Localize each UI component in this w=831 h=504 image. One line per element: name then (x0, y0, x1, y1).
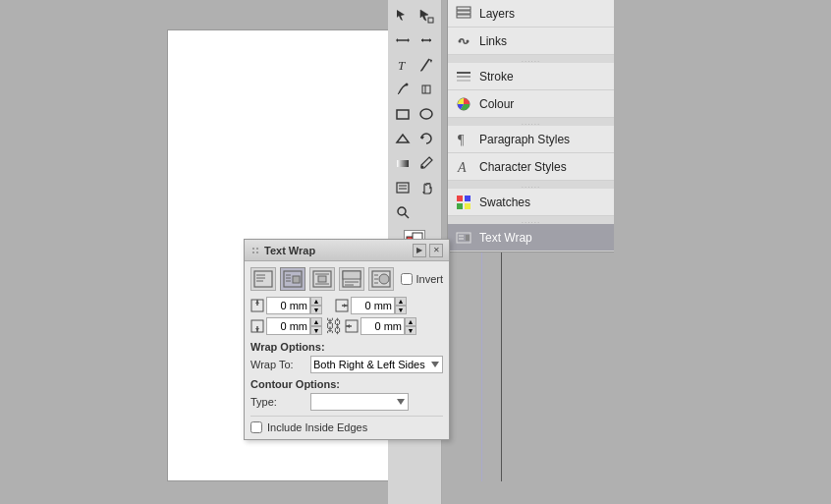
tool-eraser[interactable] (416, 79, 437, 100)
wrap-btn-jump[interactable] (309, 267, 335, 291)
svg-point-23 (398, 207, 406, 215)
panel-item-paragraph-styles[interactable]: ¶ Paragraph Styles (448, 126, 614, 153)
include-inside-edges-label: Include Inside Edges (267, 421, 367, 433)
wrap-btn-contour[interactable] (368, 267, 394, 291)
tool-select2[interactable] (416, 5, 437, 27)
tool-rotate[interactable] (416, 128, 437, 149)
offset-bottom-stepper: ▲ ▼ (310, 317, 322, 335)
offset-left-chain-group: ⛓ 0 mm ▲ ▼ (325, 317, 416, 335)
tool-text[interactable]: T (392, 54, 414, 76)
toolbar-row-8 (392, 177, 437, 198)
offset-left-up[interactable]: ▲ (405, 317, 416, 326)
offset-right-stepper: ▲ ▼ (395, 297, 407, 314)
tool-note[interactable] (392, 177, 414, 198)
offset-bottom-down[interactable]: ▼ (310, 326, 322, 335)
offset-bottom-input[interactable]: 0 mm (266, 317, 310, 335)
textwrap-panel: Text Wrap ▶ ✕ (244, 239, 450, 440)
svg-text:T: T (398, 58, 406, 73)
panel-item-colour[interactable]: Colour (448, 90, 614, 118)
svg-rect-46 (466, 235, 470, 241)
textwrap-titlebar[interactable]: Text Wrap ▶ ✕ (245, 240, 449, 261)
tool-eyedrop[interactable] (416, 152, 437, 174)
svg-rect-61 (318, 276, 326, 282)
panel-item-swatches[interactable]: Swatches (448, 189, 614, 216)
svg-line-8 (421, 59, 429, 71)
tool-arrows2[interactable] (416, 29, 437, 51)
textwrap-controls: ▶ ✕ (413, 244, 443, 257)
stroke-icon (456, 69, 471, 84)
tool-gradient[interactable] (392, 152, 414, 174)
type-select[interactable]: Bounding Box Detect Edges (310, 393, 409, 411)
svg-rect-65 (343, 271, 360, 279)
wrap-btn-rect[interactable] (280, 267, 305, 291)
panel-item-stroke[interactable]: Stroke (448, 63, 614, 90)
wrap-options-label: Wrap Options: (250, 341, 443, 353)
offset-bottom-group: 0 mm ▲ ▼ (250, 317, 322, 335)
wrap-btn-none[interactable] (250, 267, 276, 291)
offset-right-input[interactable]: 0 mm (351, 297, 395, 314)
textwrap-body: Invert 0 mm ▲ ▼ (245, 261, 449, 439)
panel-item-links[interactable]: Links (448, 28, 614, 55)
tool-pencil[interactable] (416, 54, 437, 76)
offset-top-down[interactable]: ▼ (310, 306, 322, 314)
panel-item-layers[interactable]: Layers (448, 0, 614, 28)
panel-item-character-styles[interactable]: A Character Styles (448, 153, 614, 181)
offset-right-down[interactable]: ▼ (395, 306, 407, 314)
panel-stroke-label: Stroke (479, 70, 514, 84)
tool-path[interactable] (392, 128, 414, 149)
svg-marker-75 (255, 301, 259, 304)
panel-text-wrap-label: Text Wrap (479, 231, 532, 245)
toolbar-row-5 (392, 103, 437, 125)
panel-colour-label: Colour (479, 97, 514, 111)
offset-top-input[interactable]: 0 mm (266, 297, 310, 314)
offset-left-input[interactable]: 0 mm (360, 317, 405, 335)
offset-top-up[interactable]: ▲ (310, 297, 322, 306)
type-label: Type: (250, 396, 305, 408)
svg-point-32 (467, 39, 470, 42)
offset-bottom-icon (250, 319, 264, 333)
panel-separator-4 (448, 216, 614, 224)
svg-marker-5 (429, 38, 431, 42)
offset-right-up[interactable]: ▲ (395, 297, 407, 306)
offset-left-down[interactable]: ▼ (405, 326, 416, 335)
include-inside-edges-checkbox[interactable] (250, 421, 262, 433)
svg-point-50 (256, 252, 258, 253)
svg-marker-81 (255, 328, 259, 331)
toolbar-row-6 (392, 128, 437, 149)
tool-select[interactable] (392, 5, 414, 27)
svg-rect-42 (465, 203, 471, 209)
invert-checkbox[interactable] (401, 273, 413, 285)
svg-line-12 (398, 92, 400, 94)
svg-point-11 (406, 84, 409, 86)
toolbar-row-4 (392, 79, 437, 100)
tool-arrows1[interactable] (392, 29, 414, 51)
links-icon (456, 33, 471, 49)
paragraph-styles-icon: ¶ (456, 132, 471, 147)
offset-right-icon (335, 299, 349, 312)
panel-layers-label: Layers (479, 7, 515, 21)
text-wrap-icon (456, 230, 471, 246)
offset-bottom-up[interactable]: ▲ (310, 317, 322, 326)
tool-empty (416, 201, 437, 223)
character-styles-icon: A (456, 159, 471, 175)
tool-hand[interactable] (416, 177, 437, 198)
panel-separator-3 (448, 181, 614, 189)
panel-swatches-label: Swatches (479, 196, 530, 209)
offset-left-icon (345, 319, 359, 333)
panel-item-text-wrap[interactable]: Text Wrap (448, 224, 614, 252)
svg-marker-9 (429, 59, 432, 63)
textwrap-close-btn[interactable]: ✕ (429, 244, 443, 257)
wrap-to-select[interactable]: Both Right & Left Sides Right Side Left … (310, 356, 443, 373)
tool-pen[interactable] (392, 79, 414, 100)
tool-rect[interactable] (392, 103, 414, 125)
chain-icon: ⛓ (325, 317, 343, 335)
offset-top-icon (250, 299, 264, 312)
wrap-btn-next[interactable] (339, 267, 364, 291)
tool-zoom[interactable] (392, 201, 414, 223)
textwrap-menu-btn[interactable]: ▶ (413, 244, 426, 257)
svg-rect-18 (397, 160, 409, 167)
panel-separator-2 (448, 118, 614, 126)
svg-point-49 (252, 252, 254, 253)
svg-rect-29 (457, 15, 471, 18)
tool-ellipse[interactable] (416, 103, 437, 125)
